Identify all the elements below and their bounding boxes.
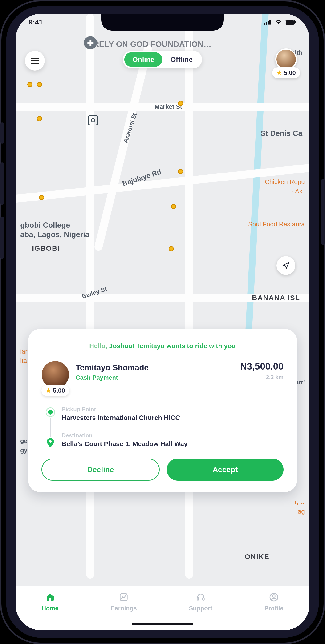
payment-method: Cash Payment [76,374,234,381]
map-label-gy: gy [20,447,27,454]
hamburger-icon [31,60,39,61]
status-toggle[interactable]: Online Offline [123,51,202,68]
destination-label: Destination [62,432,283,439]
map-poi-ian: ian [20,348,29,355]
signal-icon [264,20,272,25]
route-section: Pickup Point Harvesters International Ch… [46,406,283,448]
menu-button[interactable] [25,51,45,70]
driver-avatar[interactable]: ★ 5.00 [272,48,300,78]
greeting-text: Hello, Joshua! Temitayo wants to ride wi… [42,342,283,350]
tab-label: Support [189,605,212,612]
pickup-dot-icon [46,408,55,417]
map-label-ge: ge [20,437,27,445]
map-area-onike: ONIKE [245,553,269,561]
location-arrow-icon [282,262,290,270]
driver-rating-value: 5.00 [284,69,296,76]
trip-distance: 2.3 km [240,374,283,380]
tab-home[interactable]: Home [42,592,58,612]
map-area-igbobi: IGBOBI [32,244,60,252]
driver-rating-pill: ★ 5.00 [272,67,300,78]
map-poi-ita: ita [20,357,27,364]
pickup-label: Pickup Point [62,406,283,412]
rider-rating-value: 5.00 [53,387,65,394]
svg-rect-1 [266,22,267,25]
map-poi-chicken2: - Ak [291,188,302,195]
tab-label: Earnings [111,605,137,612]
tab-profile[interactable]: Profile [264,592,283,612]
map-poi-chicken: Chicken Repu [265,178,305,186]
map-label-market: Market St [154,103,182,110]
svg-rect-2 [267,21,269,25]
svg-rect-0 [264,23,265,25]
battery-icon [285,20,296,25]
avatar-image [275,48,297,70]
status-time: 9:41 [29,18,43,26]
map-poi-soul: Soul Food Restaura [248,221,305,228]
headphones-icon [195,592,206,602]
svg-rect-5 [286,20,294,24]
rider-rating-pill: ★ 5.00 [42,385,69,396]
svg-point-12 [273,595,275,598]
route-connector [50,418,51,437]
map-area-banana: BANANA ISL [252,294,300,302]
metro-icon [88,115,98,126]
map-label-college2: aba, Lagos, Nigeria [20,230,89,239]
ride-request-card: Hello, Joshua! Temitayo wants to ride wi… [28,329,297,492]
church-marker-icon: ✚ [84,36,97,50]
home-indicator [132,623,193,625]
map-label-stdenis: St Denis Ca [260,129,302,138]
svg-rect-9 [197,598,199,600]
map-label-college1: gbobi College [20,221,70,230]
star-icon: ★ [46,387,51,394]
status-right [264,20,296,25]
toggle-online[interactable]: Online [124,52,162,67]
tab-earnings[interactable]: Earnings [111,592,137,612]
tab-bar: Home Earnings Support Profile [16,586,309,630]
toggle-offline[interactable]: Offline [162,52,201,67]
pickup-value: Harvesters International Church HICC [62,414,283,422]
tab-support[interactable]: Support [189,592,212,612]
profile-icon [269,592,279,602]
wifi-icon [275,20,282,25]
rider-name: Temitayo Shomade [76,363,234,372]
map-poi-ru: r, U [295,498,305,506]
star-icon: ★ [276,69,282,76]
chart-icon [118,592,129,602]
home-icon [45,592,55,602]
fare-amount: N3,500.00 [240,361,283,372]
decline-button[interactable]: Decline [42,458,160,481]
recenter-button[interactable] [276,256,295,275]
rider-avatar [42,361,69,388]
svg-rect-10 [203,598,204,600]
tab-label: Home [42,605,58,612]
svg-point-7 [49,440,52,443]
destination-pin-icon [47,438,54,448]
svg-rect-3 [269,20,271,25]
map-poi: RELY ON GOD FOUNDATION… [93,40,211,49]
map[interactable]: RELY ON GOD FOUNDATION… Faith Market St … [16,14,309,630]
svg-rect-6 [295,21,296,23]
map-poi-ag: ag [298,508,305,515]
destination-value: Bella's Court Phase 1, Meadow Hall Way [62,440,283,448]
accept-button[interactable]: Accept [167,458,283,481]
tab-label: Profile [264,605,283,612]
